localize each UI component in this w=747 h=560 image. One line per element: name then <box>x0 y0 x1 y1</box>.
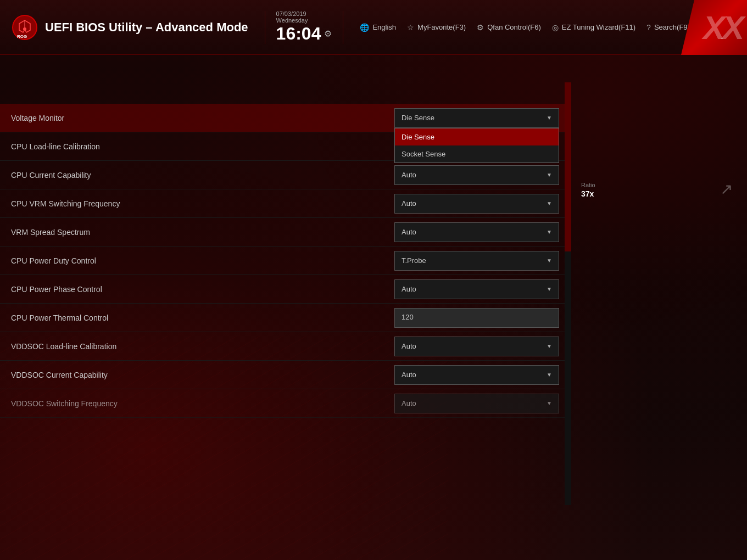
setting-row-vddsoc-loadline[interactable]: VDDSOC Load-line Calibration Auto ▼ <box>0 332 565 361</box>
setting-row-cpu-current[interactable]: CPU Current Capability Auto ▼ <box>0 161 565 189</box>
bios-title: UEFI BIOS Utility – Advanced Mode <box>45 20 248 35</box>
nav-eztuning-label: EZ Tuning Wizard(F11) <box>562 23 635 31</box>
setting-label-cpu-loadline: CPU Load-line Calibration <box>0 142 389 151</box>
chevron-down-icon: ▼ <box>547 115 552 121</box>
voltage-monitor-dropdown[interactable]: Die Sense ▼ <box>394 108 559 128</box>
nav-qfan-label: Qfan Control(F6) <box>487 23 541 31</box>
hw-label-ratio: Ratio <box>581 182 595 188</box>
cpu-power-duty-dropdown[interactable]: T.Probe ▼ <box>394 251 559 271</box>
setting-label-vddsoc-switching: VDDSOC Switching Frequency <box>0 399 389 408</box>
nav-search[interactable]: ? Search(F9) <box>646 23 690 32</box>
nav-myfavorite[interactable]: ☆ MyFavorite(F3) <box>407 23 466 32</box>
chevron-down-icon-8: ▼ <box>547 343 552 349</box>
vddsoc-loadline-dropdown[interactable]: Auto ▼ <box>394 337 559 356</box>
nav-english-label: English <box>372 23 396 31</box>
dropdown-open-container: Die Sense ▼ Die Sense Socket Sense <box>394 108 559 128</box>
chevron-down-icon-10: ▼ <box>547 400 552 406</box>
nav-myfavorite-label: MyFavorite(F3) <box>417 23 466 31</box>
gear-icon[interactable]: ⚙ <box>324 29 332 39</box>
main-scrollbar[interactable] <box>565 82 571 505</box>
chevron-down-icon-5: ▼ <box>547 229 552 235</box>
chevron-down-icon-9: ▼ <box>547 372 552 378</box>
setting-control-vrm-spread[interactable]: Auto ▼ <box>389 222 565 242</box>
setting-row-vddsoc-switching[interactable]: VDDSOC Switching Frequency Auto ▼ <box>0 389 565 418</box>
globe-icon: 🌐 <box>360 23 369 32</box>
chevron-down-icon-7: ▼ <box>547 286 552 292</box>
cpu-vrm-dropdown[interactable]: Auto ▼ <box>394 194 559 214</box>
setting-label-cpu-current: CPU Current Capability <box>0 171 389 180</box>
setting-control-cpu-current[interactable]: Auto ▼ <box>389 165 565 185</box>
xx-decoration: XX <box>681 0 747 55</box>
hw-row-ratio: Ratio 37x ↗ <box>581 182 738 198</box>
cpu-thermal-input[interactable]: 120 <box>394 308 559 328</box>
setting-row-vrm-spread[interactable]: VRM Spread Spectrum Auto ▼ <box>0 218 565 247</box>
setting-control-cpu-vrm[interactable]: Auto ▼ <box>389 194 565 214</box>
nav-eztuning[interactable]: ◎ EZ Tuning Wizard(F11) <box>552 23 635 32</box>
vddsoc-switching-dropdown[interactable]: Auto ▼ <box>394 394 559 413</box>
header: XX ROG UEFI BIOS Utility – Advanced Mode… <box>0 0 747 55</box>
setting-control-vddsoc-loadline[interactable]: Auto ▼ <box>389 337 565 356</box>
fan-icon: ⚙ <box>477 23 484 32</box>
setting-row-vddsoc-current[interactable]: VDDSOC Current Capability Auto ▼ <box>0 361 565 389</box>
header-divider-2 <box>343 11 343 44</box>
chevron-down-icon-3: ▼ <box>547 172 552 178</box>
hw-col-ratio: Ratio 37x <box>581 182 595 198</box>
setting-control-voltage-monitor[interactable]: Die Sense ▼ Die Sense Socket Sense <box>389 108 565 128</box>
datetime-area: 07/03/2019Wednesday 16:04 ⚙ <box>276 10 332 44</box>
setting-control-cpu-thermal[interactable]: 120 <box>389 308 565 328</box>
setting-label-cpu-power-duty: CPU Power Duty Control <box>0 256 389 265</box>
dropdown-option-die-sense[interactable]: Die Sense <box>395 128 559 145</box>
chevron-down-icon-6: ▼ <box>547 257 552 264</box>
setting-row-voltage-monitor[interactable]: Voltage Monitor Die Sense ▼ Die Sense <box>0 104 565 132</box>
dropdown-options-voltage-monitor: Die Sense Socket Sense <box>394 128 559 163</box>
vrm-spread-dropdown[interactable]: Auto ▼ <box>394 222 559 242</box>
setting-label-cpu-vrm: CPU VRM Switching Frequency <box>0 199 389 208</box>
vddsoc-current-dropdown[interactable]: Auto ▼ <box>394 365 559 385</box>
logo-area: ROG UEFI BIOS Utility – Advanced Mode <box>11 14 248 41</box>
chevron-down-icon-4: ▼ <box>547 200 552 206</box>
search-icon: ? <box>646 23 651 32</box>
header-divider <box>265 11 265 44</box>
xx-text: XX <box>703 9 742 47</box>
setting-row-cpu-power-phase[interactable]: CPU Power Phase Control Auto ▼ <box>0 275 565 304</box>
nav-search-label: Search(F9) <box>654 23 690 31</box>
setting-label-vrm-spread: VRM Spread Spectrum <box>0 228 389 237</box>
setting-label-voltage-monitor: Voltage Monitor <box>0 114 389 122</box>
cpu-power-phase-dropdown[interactable]: Auto ▼ <box>394 279 559 299</box>
setting-control-vddsoc-current[interactable]: Auto ▼ <box>389 365 565 385</box>
scrollbar-thumb[interactable] <box>565 82 571 251</box>
setting-control-cpu-power-duty[interactable]: T.Probe ▼ <box>389 251 565 271</box>
time-text: 16:04 <box>276 24 321 44</box>
setting-label-vddsoc-loadline: VDDSOC Load-line Calibration <box>0 342 389 351</box>
time-area: 16:04 ⚙ <box>276 24 332 44</box>
nav-english[interactable]: 🌐 English <box>360 23 396 32</box>
setting-control-cpu-power-phase[interactable]: Auto ▼ <box>389 279 565 299</box>
rog-logo-icon: ROG <box>11 14 38 41</box>
nav-qfan[interactable]: ⚙ Qfan Control(F6) <box>477 23 541 32</box>
date-text: 07/03/2019Wednesday <box>276 10 308 24</box>
setting-label-vddsoc-current: VDDSOC Current Capability <box>0 371 389 379</box>
hw-value-ratio: 37x <box>581 189 595 198</box>
cursor-icon: ↗ <box>720 182 733 197</box>
cpu-current-dropdown[interactable]: Auto ▼ <box>394 165 559 185</box>
setting-label-cpu-thermal: CPU Power Thermal Control <box>0 313 389 322</box>
setting-row-cpu-thermal[interactable]: CPU Power Thermal Control 120 <box>0 304 565 332</box>
setting-row-cpu-power-duty[interactable]: CPU Power Duty Control T.Probe ▼ <box>0 247 565 275</box>
svg-point-1 <box>23 27 26 31</box>
setting-control-vddsoc-switching[interactable]: Auto ▼ <box>389 394 565 413</box>
dropdown-option-socket-sense[interactable]: Socket Sense <box>395 145 559 163</box>
setting-row-cpu-vrm[interactable]: CPU VRM Switching Frequency Auto ▼ <box>0 189 565 218</box>
svg-text:ROG: ROG <box>17 34 27 39</box>
setting-label-cpu-power-phase: CPU Power Phase Control <box>0 285 389 294</box>
star-icon: ☆ <box>407 23 414 32</box>
wand-icon: ◎ <box>552 23 559 32</box>
